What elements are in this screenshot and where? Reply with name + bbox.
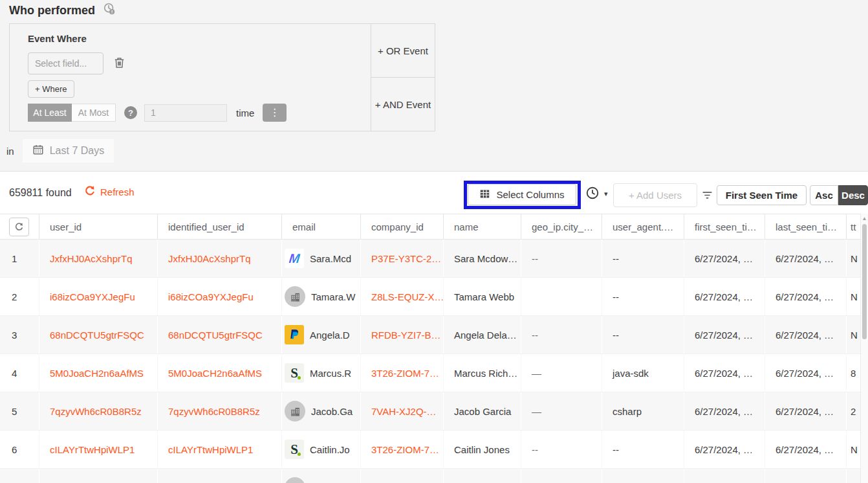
cell-company-id[interactable]: P37E-Y3TC-2… [360, 240, 443, 277]
date-range-label: Last 7 Days [50, 145, 104, 157]
cell-user-id[interactable]: JxfxHJ0AcXshprTq [39, 240, 157, 277]
cell-identified-user-id[interactable]: JxfxHJ0AcXshprTq [157, 240, 281, 277]
scrollbar-thumb[interactable] [862, 224, 867, 339]
table-row[interactable]: 4 5M0JoaCH2n6aAfMS 5M0JoaCH2n6aAfMS S Ma… [0, 354, 860, 392]
users-table: user_ididentified_user_idemailcompany_id… [0, 214, 860, 483]
cell-email: Timothy. [281, 469, 360, 483]
cell-geo-city: — [521, 392, 602, 430]
cell-row-number: 1 [0, 240, 39, 277]
trash-icon[interactable] [113, 56, 125, 71]
cell-identified-user-id[interactable]: 5M0JoaCH2n6aAfMS [157, 354, 281, 392]
more-options-button[interactable]: ⋮ [263, 104, 287, 122]
cell-row-number: 4 [0, 354, 39, 392]
sort-asc-toggle[interactable]: Asc [810, 185, 838, 205]
cell-company-id[interactable]: 7VAH-XJ2Q… [360, 469, 443, 483]
column-header[interactable]: geo_ip.city_… [521, 214, 602, 239]
cell-company-id[interactable]: RFDB-YZI7-B… [360, 316, 443, 354]
sort-field-button[interactable]: First Seen Time [717, 185, 807, 205]
column-header[interactable]: email [281, 214, 360, 239]
vertical-scrollbar[interactable]: ▲ [860, 214, 868, 483]
cell-user-id[interactable]: 7qzyvWh6cR0B8R5z [39, 392, 157, 430]
cell-identified-user-id[interactable]: cILAYrTtwHpiWLP1 [157, 431, 281, 468]
column-header[interactable]: user_agent.… [602, 214, 684, 239]
cell-ttl: N [846, 469, 860, 483]
table-row[interactable]: 1 JxfxHJ0AcXshprTq JxfxHJ0AcXshprTq M Sa… [0, 240, 860, 278]
cell-last-seen: 6/27/2024 [765, 469, 846, 483]
cell-email: S Marcus.R [281, 354, 360, 392]
cell-identified-user-id[interactable]: H2xOf8JYO1Nm4k53 [157, 469, 281, 483]
cell-name: Marcus Rich… [443, 354, 521, 392]
event-where-panel: Event Where Select field... + Where At L… [9, 23, 435, 131]
select-field-dropdown[interactable]: Select field... [28, 52, 103, 74]
cell-row-number: 2 [0, 278, 39, 315]
column-header[interactable]: user_id [39, 214, 157, 239]
cell-company-id[interactable]: 7VAH-XJ2Q-… [360, 392, 443, 430]
cell-first-seen: 6/27/2024 [684, 469, 765, 483]
table-body: 1 JxfxHJ0AcXshprTq JxfxHJ0AcXshprTq M Sa… [0, 240, 860, 483]
cell-identified-user-id[interactable]: i68izCOa9YXJegFu [157, 278, 281, 315]
column-header[interactable]: last_seen_ti… [765, 214, 846, 239]
column-header[interactable]: company_id [360, 214, 443, 239]
cell-user-agent: -- [602, 316, 684, 354]
cell-ttl: N [846, 316, 860, 354]
page-title: Who performed [9, 4, 95, 17]
cell-company-id[interactable]: 3T26-ZIOM-7… [360, 431, 443, 468]
cell-email: M Sara.Mcd [281, 240, 360, 277]
cell-ttl: N [846, 240, 860, 277]
cell-last-seen: 6/27/2024, … [765, 431, 846, 468]
calendar-icon [32, 144, 44, 158]
cell-user-id[interactable]: H2xOf8JYO1Nm4k53 [39, 469, 157, 483]
cell-last-seen: 6/27/2024, … [765, 316, 846, 354]
cell-ttl: 2 [846, 392, 860, 430]
add-or-event-button[interactable]: + OR Event [371, 24, 435, 78]
cell-company-id[interactable]: 3T26-ZIOM-7… [360, 354, 443, 392]
email-text: Caitlin.Jo [310, 444, 350, 455]
table-row[interactable]: 5 7qzyvWh6cR0B8R5z 7qzyvWh6cR0B8R5z Jaco… [0, 392, 860, 431]
cell-identified-user-id[interactable]: 7qzyvWh6cR0B8R5z [157, 392, 281, 430]
table-refresh-button[interactable] [9, 218, 29, 236]
add-and-event-button[interactable]: + AND Event [371, 78, 435, 131]
time-settings-dropdown[interactable]: ▾ [585, 186, 608, 202]
cell-row-number: 6 [0, 431, 39, 468]
sort-desc-toggle[interactable]: Desc [838, 185, 868, 205]
table-grid-icon [479, 188, 490, 201]
cell-geo-city: — [521, 354, 602, 392]
column-header[interactable]: first_seen_ti… [684, 214, 765, 239]
cell-user-id[interactable]: 68nDCQTU5gtrFSQC [39, 316, 157, 354]
table-row[interactable]: 2 i68izCOa9YXJegFu i68izCOa9YXJegFu Tama… [0, 278, 860, 316]
cell-company-id[interactable]: Z8LS-EQUZ-X… [360, 278, 443, 315]
column-header[interactable]: identified_user_id [157, 214, 281, 239]
column-header[interactable]: name [443, 214, 521, 239]
table-row[interactable]: 7 H2xOf8JYO1Nm4k53 H2xOf8JYO1Nm4k53 Timo… [0, 469, 860, 483]
table-row[interactable]: 3 68nDCQTU5gtrFSQC 68nDCQTU5gtrFSQC Ange… [0, 316, 860, 354]
at-least-toggle[interactable]: At Least [28, 104, 72, 122]
date-range-button[interactable]: Last 7 Days [23, 139, 114, 163]
filter-button[interactable] [701, 189, 713, 203]
cell-email: Angela.D [281, 316, 360, 354]
cell-user-id[interactable]: 5M0JoaCH2n6aAfMS [39, 354, 157, 392]
select-columns-button[interactable]: Select Columns [468, 184, 576, 205]
cell-user-id[interactable]: i68izCOa9YXJegFu [39, 278, 157, 315]
help-icon[interactable]: ? [124, 106, 137, 119]
s-logo-icon: S [285, 363, 304, 383]
at-most-toggle[interactable]: At Most [72, 104, 116, 122]
table-row[interactable]: 6 cILAYrTtwHpiWLP1 cILAYrTtwHpiWLP1 S Ca… [0, 431, 860, 469]
add-users-button[interactable]: + Add Users [613, 183, 697, 207]
cell-last-seen: 6/27/2024, … [765, 278, 846, 315]
email-text: Angela.D [310, 330, 350, 341]
in-label: in [6, 146, 14, 157]
cell-user-id[interactable]: cILAYrTtwHpiWLP1 [39, 431, 157, 468]
cell-identified-user-id[interactable]: 68nDCQTU5gtrFSQC [157, 316, 281, 354]
column-header[interactable]: tt [846, 214, 860, 239]
cell-last-seen: 6/27/2024, … [765, 392, 846, 430]
cell-name: Angela Dela… [443, 316, 521, 354]
cell-name: Caitlin Jones [443, 431, 521, 468]
email-text: Jacob.Ga [311, 406, 353, 417]
scrollbar-up-arrow[interactable]: ▲ [861, 214, 868, 223]
add-where-button[interactable]: + Where [28, 80, 74, 98]
clock-alert-icon[interactable] [102, 2, 116, 19]
count-input[interactable] [144, 104, 227, 122]
refresh-button[interactable]: Refresh [84, 185, 135, 199]
cell-name: Jacob Garcia [443, 392, 521, 430]
email-logo-gradient-m-icon: M [285, 249, 304, 268]
